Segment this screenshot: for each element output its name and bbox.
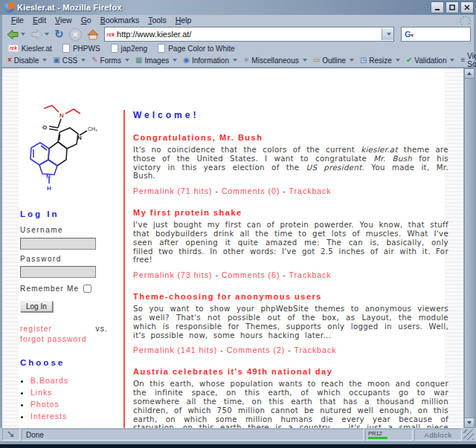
home-button[interactable] [86,27,100,42]
register-link[interactable]: register [20,324,52,333]
scroll-down-button[interactable] [464,418,474,428]
trackback-link[interactable]: Trackback [289,186,332,195]
pagerank-indicator[interactable]: PR12 [365,429,413,441]
devbar-disable[interactable]: ×Disable [5,54,49,66]
view-source-icon: ≡ [460,56,465,64]
menu-help[interactable]: Help [171,16,196,25]
dropdown-caret-icon [303,59,307,62]
menu-bar: File Edit View Go Bookmarks Tools Help [2,15,474,26]
devbar-resize[interactable]: ◳Resize [358,54,402,66]
information-icon: ◉ [183,56,190,64]
dropdown-caret-icon [450,59,454,62]
bookmark-page-color[interactable]: Page Color to White [158,44,235,53]
article: Austria celebrates it's 49th national da… [133,367,448,428]
page-icon [111,44,118,53]
username-field[interactable] [20,238,96,250]
trackback-link[interactable]: Trackback [289,270,332,279]
bboards-link[interactable]: B.Boards [30,376,68,385]
article-title: My first protein shake [133,208,448,217]
vs-text: vs. [96,324,108,333]
scrollbar-thumb[interactable] [464,78,474,418]
scroll-up-arrow-icon [467,72,472,75]
google-search-icon[interactable]: G▾ [402,30,415,39]
article: Congratulations, Mr. Bush It's no coinci… [133,133,448,195]
trackback-link[interactable]: Trackback [294,345,336,354]
outline-icon: ▭ [313,56,320,64]
url-bar: rck [104,27,394,42]
permalink-link[interactable]: Permalink (73 hits) [133,270,213,279]
bookmark-phpws[interactable]: PHPWS [62,44,100,53]
devbar-view-source[interactable]: ≡View Source [458,54,476,66]
interests-link[interactable]: Interests [30,412,67,421]
resize-grip[interactable] [463,429,474,440]
devbar-validation[interactable]: ✔Validation [404,54,457,66]
validation-icon: ✔ [406,56,412,64]
permalink-link[interactable]: Permalink (71 hits) [133,186,213,195]
web-developer-toolbar: ×Disable ▣CSS ✎Forms ▦Images ◉Informatio… [2,53,474,68]
dropdown-caret-icon [396,59,400,62]
bookmark-kiesler[interactable]: rck Kiesler.at [8,45,52,53]
dropdown-caret-icon [42,59,47,62]
back-button[interactable] [5,27,27,42]
article-body: So you want to show your phpWebSite them… [133,305,448,340]
links-link[interactable]: Links [30,388,53,397]
search-bar: G▾ [401,27,471,42]
comments-link[interactable]: Comments (6) [222,270,280,279]
devbar-css[interactable]: ▣CSS [51,54,88,66]
article-title: Austria celebrates it's 49th national da… [133,367,448,376]
permalink-link[interactable]: Permalink (141 hits) [133,345,217,354]
site-favicon: rck [105,32,118,37]
css-icon: ▣ [53,56,60,64]
devbar-images[interactable]: ▦Images [133,54,179,66]
devbar-information[interactable]: ◉Information [181,54,239,66]
devbar-miscellaneous[interactable]: ✳Miscellaneous [241,54,309,66]
article-body: I've just bought my first can of protein… [133,221,448,264]
login-heading: Log In [20,210,121,218]
dropdown-caret-icon [81,59,86,62]
scroll-up-button[interactable] [464,68,474,79]
article-title: Theme-choosing for anonymous users [133,292,448,301]
search-input[interactable] [415,28,470,40]
forward-button[interactable] [29,27,51,42]
forgot-password-link[interactable]: forgot password [20,334,121,343]
remember-me-checkbox[interactable] [83,285,91,293]
browser-window: Kiesler.at - Mozilla Firefox File Edit V… [0,0,476,448]
menu-tools[interactable]: Tools [144,16,171,25]
maximize-button[interactable] [446,1,459,13]
comments-link[interactable]: Comments (0) [222,186,280,195]
lsd-molecule-image: N O N CH₃ [25,97,112,192]
devbar-outline[interactable]: ▭Outline [311,54,356,66]
resize-icon: ◳ [360,56,367,64]
scroll-down-arrow-icon [467,421,472,424]
menu-view[interactable]: View [51,16,77,25]
minimize-button[interactable] [431,1,444,13]
list-item: Photos [30,398,121,410]
vertical-scrollbar[interactable] [463,68,474,428]
article-body: On this earth, whose population wants to… [133,380,448,428]
photos-link[interactable]: Photos [30,400,60,409]
reload-button[interactable]: ↻ [53,27,65,42]
bookmark-jap2eng[interactable]: jap2eng [111,44,148,53]
svg-text:H: H [47,185,51,192]
username-label: Username [20,226,121,234]
menu-edit[interactable]: Edit [28,16,51,25]
close-button[interactable] [460,1,474,13]
page-icon [62,44,70,53]
stop-button[interactable]: ✕ [68,27,83,42]
status-text: Done [22,429,364,441]
url-input[interactable] [117,29,382,39]
comments-link[interactable]: Comments (2) [227,345,286,354]
url-dropdown-button[interactable] [382,28,393,40]
url-dropdown-caret-icon [387,33,391,36]
menu-bookmarks[interactable]: Bookmarks [96,16,144,25]
page-background-texture [2,68,19,428]
remember-me-label: Remember Me [20,285,79,293]
login-button[interactable]: Log In [20,301,53,312]
password-field[interactable] [20,266,96,278]
status-bar: Done PR12 Adblock [0,428,476,441]
disable-icon: × [7,56,12,64]
menu-go[interactable]: Go [77,16,96,25]
adblock-status[interactable]: Adblock [414,429,462,441]
menu-file[interactable]: File [7,16,28,25]
devbar-forms[interactable]: ✎Forms [89,54,132,66]
